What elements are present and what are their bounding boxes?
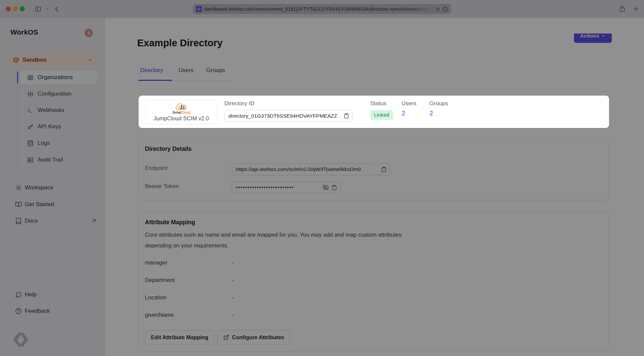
provider-box: JumpCloud JumpCloud SCIM v2.0 (146, 100, 217, 124)
groups-count-link[interactable]: 2 (430, 110, 433, 117)
provider-name: JumpCloud SCIM v2.0 (154, 115, 209, 122)
directory-id-value: directory_01G373DT6SSE94HDVAYFPMEAZZ (228, 113, 341, 119)
groups-label: Groups (429, 100, 448, 107)
users-count-link[interactable]: 2 (402, 110, 405, 117)
jumpcloud-logo-icon (174, 103, 189, 111)
spotlight-overlay (0, 0, 644, 356)
directory-id-label: Directory ID (224, 100, 255, 107)
status-badge: Linked (370, 110, 393, 120)
directory-summary-card: JumpCloud JumpCloud SCIM v2.0 Directory … (139, 96, 609, 128)
status-label: Status (370, 100, 386, 107)
users-label: Users (401, 100, 416, 107)
directory-id-field[interactable]: directory_01G373DT6SSE94HDVAYFPMEAZZ (224, 110, 353, 122)
jumpcloud-wordmark: JumpCloud (172, 111, 191, 114)
copy-icon[interactable] (343, 113, 349, 119)
